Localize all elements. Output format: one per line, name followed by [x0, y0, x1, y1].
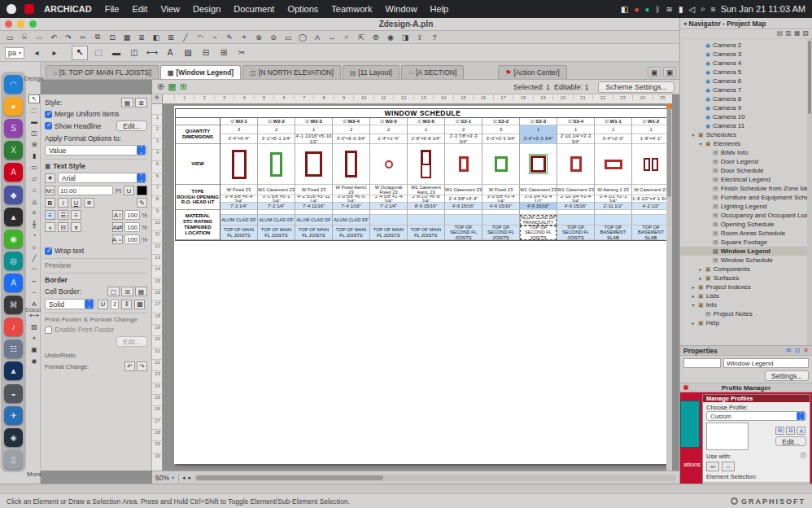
- nav-item-furniture-and-equipment-schedule[interactable]: ▤Furniture and Equipment Schedule: [680, 193, 812, 202]
- nav-item-help[interactable]: ▸▣Help: [680, 318, 812, 327]
- pan-right-icon[interactable]: ▸: [189, 475, 192, 481]
- nav-item-info[interactable]: ▾▣Info: [680, 300, 812, 309]
- scheme-settings-button[interactable]: Scheme Settings...: [598, 81, 674, 93]
- marquee-icon[interactable]: ⬚: [91, 46, 106, 59]
- menu-clock[interactable]: Sun Jan 21 11:03 AM: [721, 4, 805, 14]
- open-icon[interactable]: ⌸: [18, 32, 31, 42]
- material-cell[interactable]: [408, 215, 444, 226]
- location-cell[interactable]: TOP OF BASEMENT SLAB: [595, 226, 631, 240]
- view-cell[interactable]: [220, 144, 257, 185]
- location-cell[interactable]: TOP OF MAIN FL JOISTS: [295, 226, 332, 240]
- qty-cell[interactable]: 1: [595, 125, 631, 134]
- measure-icon[interactable]: ⇱: [355, 32, 368, 42]
- ro-cell[interactable]: 3'-4 5/8"×6'-4 3/4": [220, 195, 257, 203]
- line-spacing-field[interactable]: 100: [124, 210, 140, 220]
- copy-icon[interactable]: ⧉: [91, 32, 104, 42]
- qty-cell[interactable]: 1: [295, 125, 332, 134]
- head-height-cell[interactable]: 4'-6 15/16": [482, 203, 519, 210]
- use-with-wall-icon[interactable]: ▭: [706, 462, 719, 471]
- id-cell-w2-6[interactable]: ID W2-6: [408, 118, 444, 125]
- headline-edit-button[interactable]: Edit...: [116, 120, 147, 131]
- door-icon[interactable]: ◫: [127, 46, 142, 59]
- trim-icon[interactable]: ✂: [234, 46, 249, 59]
- manage-profiles-title[interactable]: Manage Profiles: [703, 395, 810, 402]
- font-size-field[interactable]: 10.00: [58, 186, 113, 195]
- head-height-cell[interactable]: 2'-11 1/2": [595, 203, 631, 210]
- dock-steam-icon[interactable]: ◒: [4, 384, 23, 403]
- view-cell[interactable]: [333, 144, 369, 185]
- menu-item-help[interactable]: Help: [424, 4, 456, 14]
- view-cell[interactable]: [445, 144, 482, 185]
- nav-item-project-indexes[interactable]: ▸▣Project Indexes: [680, 282, 812, 291]
- dims-cell[interactable]: 3'-0"×6'-0 3/4": [333, 134, 369, 144]
- location-cell[interactable]: TOP OF MAIN FL JOISTS: [258, 226, 295, 240]
- next-arrow-icon[interactable]: ▸: [47, 46, 62, 59]
- menu-app-name[interactable]: ARCHICAD: [37, 4, 98, 14]
- head-height-cell[interactable]: 4'-2 1/2": [632, 203, 670, 210]
- format-redo-icon[interactable]: ↷: [137, 361, 147, 371]
- id-cell-s3-1[interactable]: ID S3-1: [445, 118, 482, 125]
- disclosure-icon[interactable]: ▸: [691, 284, 696, 290]
- nav-item-surfaces[interactable]: ▸▣Surfaces: [680, 274, 812, 282]
- nav-item-bimx-info[interactable]: ▤BIMx Info: [680, 148, 812, 157]
- bluetooth-icon[interactable]: ᛒ: [656, 5, 661, 14]
- head-height-cell[interactable]: 7'-2 1/4": [258, 203, 295, 210]
- schedule-column-s3-3[interactable]: ID S3-313'-0"×3'-3 3/4"W1 Casement 233'-…: [520, 118, 557, 240]
- nav-item-window-legend[interactable]: ▤Window Legend: [680, 247, 812, 256]
- nav-item-camera-4[interactable]: ◉Camera 4: [680, 59, 812, 68]
- pan-left-icon[interactable]: ◂: [182, 475, 186, 481]
- roof-tool[interactable]: ⌂: [28, 186, 40, 195]
- view-cell[interactable]: [258, 144, 295, 185]
- dock-appstore-icon[interactable]: A: [4, 274, 23, 292]
- nav-item-components[interactable]: ▸▣Components: [680, 265, 812, 274]
- close-panel-icon[interactable]: ✕: [803, 347, 809, 354]
- type-cell[interactable]: W Casement 23: [632, 185, 670, 195]
- new-icon[interactable]: ▭: [3, 32, 16, 42]
- dock-app6-icon[interactable]: ◆: [4, 186, 23, 204]
- underline-button[interactable]: U: [71, 198, 81, 208]
- beam-tool[interactable]: ▭: [28, 163, 40, 172]
- dims-cell[interactable]: 3'-0"×3'-3 3/4": [482, 134, 519, 144]
- view-map-icon[interactable]: ▥: [785, 29, 792, 38]
- apple-menu-icon[interactable]: [7, 4, 16, 14]
- qty-cell[interactable]: 1: [632, 125, 670, 134]
- options-icon[interactable]: ⚙: [369, 32, 382, 42]
- material-cell[interactable]: ALUM CLAD DF: [220, 215, 257, 226]
- qty-cell[interactable]: 1: [557, 125, 594, 134]
- location-cell[interactable]: TOP OF MAIN FL JOISTS: [333, 226, 369, 240]
- print-footer-edit-button[interactable]: Edit...: [116, 336, 147, 347]
- format-undo-icon[interactable]: ↶: [124, 361, 135, 371]
- id-cell-s3-4[interactable]: ID S3-4: [557, 118, 594, 125]
- tab-5-top-of-main-fl-joists[interactable]: ⌂[5. TOP OF MAIN FL JOISTS]: [46, 65, 159, 79]
- search-icon[interactable]: ⌕: [340, 32, 353, 42]
- location-cell[interactable]: TOP OF SECOND FL JOISTS: [445, 226, 482, 240]
- schedule-column-w1-2[interactable]: ID W1-211'-8"×4'-1"W Casement 231'-8 1/2…: [632, 118, 670, 240]
- ruler-origin-button[interactable]: ⊕: [152, 94, 163, 104]
- nav-item-door-schedule[interactable]: ▤Door Schedule: [680, 166, 812, 175]
- border-width-field[interactable]: 2: [111, 300, 119, 309]
- dock-app13-icon[interactable]: ☷: [4, 339, 23, 358]
- tab-action-center[interactable]: ⚑[Action Center]: [498, 65, 566, 79]
- disclosure-icon[interactable]: ▾: [691, 302, 696, 308]
- dock-launchpad-icon[interactable]: ●: [4, 97, 23, 116]
- qty-cell[interactable]: 1: [520, 125, 557, 134]
- railing-tool[interactable]: ╫: [28, 220, 40, 229]
- type-cell[interactable]: W Fixed 23: [220, 185, 257, 195]
- dims-cell[interactable]: 2'-3 7/8"×3'-3 3/4": [445, 134, 482, 144]
- properties-name-field[interactable]: Window Legend: [723, 358, 809, 368]
- border-pen-icon[interactable]: U: [98, 300, 108, 309]
- bold-button[interactable]: B: [45, 198, 55, 208]
- nav-item-project-notes[interactable]: ▤Project Notes: [680, 309, 812, 318]
- nav-item-camera-7[interactable]: ◉Camera 7: [680, 85, 812, 94]
- box-icon[interactable]: ▭: [282, 32, 295, 42]
- head-height-cell[interactable]: 4'-6 15/16": [520, 203, 557, 210]
- qty-cell[interactable]: 3: [220, 125, 257, 134]
- camera-tool[interactable]: ◉: [28, 357, 40, 366]
- render-icon[interactable]: ◨: [399, 32, 412, 42]
- id-cell-w2-2[interactable]: ID W2-2: [258, 118, 295, 125]
- qty-cell[interactable]: 2: [258, 125, 295, 134]
- type-cell[interactable]: W Awning 1 23: [595, 185, 631, 195]
- publisher-icon[interactable]: ▧: [802, 29, 809, 38]
- wrap-text-checkbox[interactable]: [45, 247, 52, 255]
- qty-cell[interactable]: 2: [445, 125, 482, 134]
